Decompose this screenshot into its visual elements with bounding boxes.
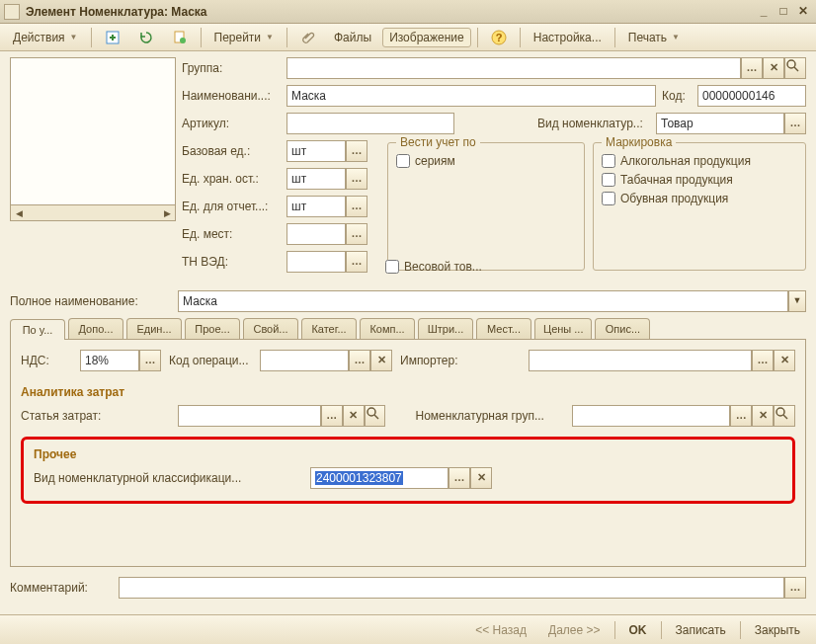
bottom-bar: << Назад Далее >> OK Записать Закрыть [0, 614, 816, 644]
importer-select[interactable]: … [752, 350, 774, 371]
cost-item-search[interactable] [365, 405, 386, 427]
nom-group-search[interactable] [774, 405, 795, 427]
nom-type-field[interactable] [656, 113, 784, 134]
group-search-button[interactable] [784, 57, 806, 79]
go-menu[interactable]: Перейти ▼ [207, 28, 281, 47]
nom-class-select[interactable]: … [449, 467, 470, 489]
image-preview[interactable] [10, 57, 176, 205]
tab-components[interactable]: Комп... [360, 318, 415, 339]
tab-units[interactable]: Един... [126, 318, 182, 339]
weight-checkbox[interactable] [385, 260, 399, 274]
series-checkbox[interactable] [396, 154, 410, 168]
op-code-clear[interactable]: ✕ [370, 350, 392, 371]
full-name-dropdown[interactable]: ▼ [788, 290, 806, 312]
report-unit-field[interactable] [286, 196, 346, 217]
nom-class-clear[interactable]: ✕ [470, 467, 492, 489]
toolbar-sep [520, 28, 521, 47]
place-unit-field[interactable] [286, 223, 346, 245]
tab-properties[interactable]: Свой... [243, 318, 298, 339]
toolbar-sep [286, 28, 287, 47]
group-select-button[interactable]: … [741, 57, 763, 79]
add-button[interactable] [98, 27, 127, 48]
place-unit-select[interactable]: … [346, 223, 367, 245]
files-button[interactable]: Файлы [327, 28, 378, 47]
report-unit-select[interactable]: … [346, 196, 367, 217]
vat-field[interactable] [80, 350, 139, 371]
place-unit-label: Ед. мест: [182, 227, 286, 241]
paperclip-icon [300, 30, 316, 45]
tab-prices[interactable]: Цены ... [534, 318, 592, 339]
actions-menu[interactable]: Действия ▼ [6, 28, 85, 47]
tobacco-checkbox[interactable] [602, 173, 615, 187]
report-unit-label: Ед. для отчет...: [182, 200, 286, 213]
back-button[interactable]: << Назад [467, 620, 534, 640]
close-window-button[interactable]: ✕ [794, 4, 812, 20]
vat-select[interactable]: … [139, 350, 161, 371]
group-field[interactable] [286, 57, 741, 79]
content-area: ◀ ▶ Группа: … ✕ Наименовани...: Код: [0, 51, 816, 599]
save-button[interactable]: Записать [668, 620, 734, 640]
tab-projects[interactable]: Прое... [185, 318, 240, 339]
main-fields: Группа: … ✕ Наименовани...: Код: Артикул… [182, 57, 806, 284]
chevron-down-icon: ▼ [266, 33, 274, 41]
base-unit-select[interactable]: … [346, 140, 367, 162]
comment-field[interactable] [119, 577, 784, 599]
close-button[interactable]: Закрыть [747, 620, 808, 640]
settings-label: Настройка... [533, 31, 602, 44]
svg-line-6 [794, 67, 798, 71]
print-menu[interactable]: Печать ▼ [621, 28, 687, 47]
tab-description[interactable]: Опис... [595, 318, 650, 339]
nom-group-field[interactable] [572, 405, 730, 427]
tab-default[interactable]: По у... [10, 319, 65, 340]
store-unit-select[interactable]: … [346, 168, 367, 190]
code-field[interactable] [697, 85, 806, 107]
scroll-right-icon[interactable]: ▶ [159, 208, 175, 218]
image-button[interactable]: Изображение [382, 28, 471, 47]
store-unit-field[interactable] [286, 168, 346, 190]
next-button[interactable]: Далее >> [540, 620, 609, 640]
group-clear-button[interactable]: ✕ [763, 57, 784, 79]
importer-label: Импортер: [400, 354, 469, 367]
nom-group-select[interactable]: … [730, 405, 752, 427]
copy-button[interactable] [165, 27, 195, 48]
toolbar: Действия ▼ Перейти ▼ Файлы Изображение ? [0, 24, 816, 51]
app-icon [4, 4, 20, 20]
settings-button[interactable]: Настройка... [527, 28, 609, 47]
tab-places[interactable]: Мест... [476, 318, 531, 339]
tab-barcodes[interactable]: Штри... [418, 318, 473, 339]
plus-doc-icon [105, 30, 121, 45]
importer-clear[interactable]: ✕ [774, 350, 795, 371]
name-field[interactable] [286, 85, 656, 107]
tab-categories[interactable]: Катег... [301, 318, 357, 339]
weight-label: Весовой тов... [404, 260, 482, 274]
op-code-field[interactable] [260, 350, 349, 371]
cost-item-field[interactable] [178, 405, 321, 427]
minimize-button[interactable]: _ [755, 4, 773, 20]
cost-item-clear[interactable]: ✕ [343, 405, 365, 427]
svg-point-9 [776, 408, 784, 416]
image-scrollbar[interactable]: ◀ ▶ [10, 205, 176, 221]
article-label: Артикул: [182, 117, 286, 130]
importer-field[interactable] [529, 350, 752, 371]
other-header: Прочее [34, 447, 782, 461]
help-button[interactable]: ? [484, 27, 514, 48]
comment-select[interactable]: … [784, 577, 806, 599]
attach-button[interactable] [293, 27, 323, 48]
base-unit-field[interactable] [286, 140, 346, 162]
nom-type-select-button[interactable]: … [784, 113, 806, 134]
full-name-field[interactable] [178, 290, 788, 312]
svg-point-7 [367, 408, 375, 416]
nom-group-clear[interactable]: ✕ [752, 405, 774, 427]
shoes-checkbox[interactable] [602, 192, 615, 205]
nom-class-field[interactable]: 2400001323807 [310, 467, 449, 489]
accounting-fieldset: Вести учет по сериям [387, 142, 585, 271]
scroll-left-icon[interactable]: ◀ [11, 208, 27, 218]
alcohol-checkbox[interactable] [602, 154, 615, 168]
op-code-select[interactable]: … [349, 350, 370, 371]
cost-item-select[interactable]: … [321, 405, 343, 427]
article-field[interactable] [286, 113, 454, 134]
ok-button[interactable]: OK [621, 620, 655, 640]
maximize-button[interactable]: □ [775, 4, 792, 20]
tab-additional[interactable]: Допо... [68, 318, 123, 339]
refresh-button[interactable] [131, 27, 161, 48]
